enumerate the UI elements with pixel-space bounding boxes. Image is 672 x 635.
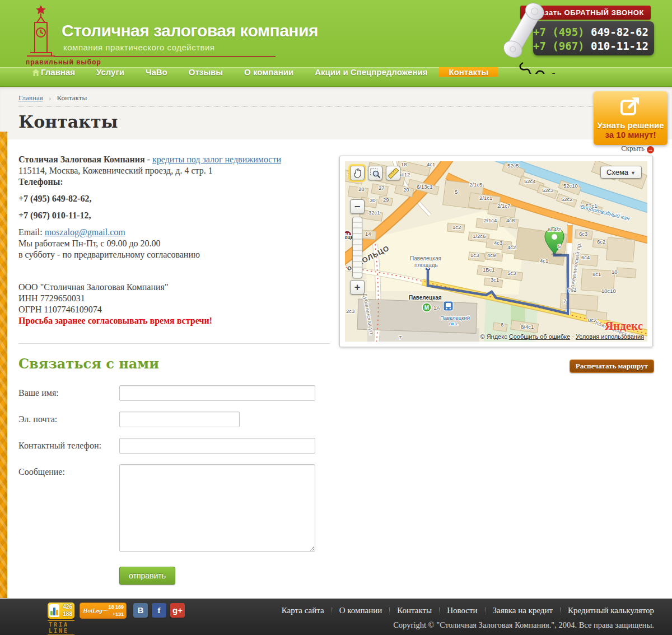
map-label: 7 — [399, 334, 402, 340]
submit-button[interactable]: отправить — [119, 567, 175, 585]
name-input[interactable] — [119, 385, 315, 401]
hotlog-counter-badge[interactable]: HotLog 18 169 +131 — [80, 603, 127, 619]
map-label: 10 — [612, 269, 618, 275]
map-label: 1Бс1 — [483, 267, 495, 273]
company-sep: - — [145, 155, 152, 164]
map-label: вкз. — [449, 320, 458, 326]
hide-arrow-icon: → — [647, 146, 654, 153]
hand-icon — [351, 166, 364, 180]
metro-icon-paveletskaya: М — [422, 303, 431, 312]
phone-cord — [520, 63, 555, 74]
map-magnifier-tool-button[interactable] — [368, 166, 382, 180]
hotlog-count-bottom: +131 — [113, 611, 124, 617]
map-label: Павелецкая — [409, 295, 442, 301]
facebook-icon[interactable]: f — [152, 603, 166, 618]
phone-input[interactable] — [119, 438, 315, 454]
footer-link-about[interactable]: О компании — [339, 606, 382, 615]
nav-item-about[interactable]: О компании — [235, 67, 303, 77]
google-plus-icon[interactable]: g+ — [170, 603, 185, 618]
map-zoom-in-button[interactable]: + — [350, 280, 365, 295]
map-label: 27 — [379, 185, 385, 191]
nav-item-services[interactable]: Услуги — [87, 67, 134, 77]
form-phone-label: Контактный телефон: — [18, 438, 119, 451]
footer-link-sitemap[interactable]: Карта сайта — [282, 606, 324, 615]
contact-info-column: Столичая Залоговая Компания - кредиты по… — [18, 152, 330, 585]
map-label: 7 — [563, 298, 566, 304]
company-link[interactable]: кредиты под залог недвижимости — [152, 155, 281, 164]
map-ruler-tool-button[interactable] — [386, 166, 400, 180]
map-layer-select[interactable]: Схема▼ — [600, 166, 642, 179]
vk-icon[interactable]: В — [133, 603, 148, 618]
footer-link-contacts[interactable]: Контакты — [397, 606, 432, 615]
map-label: 20 — [403, 186, 409, 193]
map-label: 28 — [358, 186, 365, 192]
hotlog-count-top: 18 169 — [108, 604, 124, 610]
nav-item-contacts[interactable]: Контакты — [439, 67, 498, 77]
map-label: 5с3 — [507, 270, 516, 276]
map-label: 32с1 — [368, 209, 380, 216]
phones-label: Телефоны: — [18, 177, 63, 186]
home-icon — [32, 68, 40, 78]
footer-link-news[interactable]: Новости — [447, 606, 477, 615]
nav-item-reviews[interactable]: Отзывы — [179, 67, 232, 77]
map-label: 8с1 — [592, 271, 601, 277]
legal-name: ООО "Столичная Залоговая Компания" — [18, 282, 168, 292]
meeting-warning: Просьба заранее согласовывать время встр… — [18, 316, 212, 325]
site-title: Столичная залоговая компания — [62, 21, 318, 40]
email-link[interactable]: moszalog@gmail.com — [45, 227, 125, 237]
external-link-icon — [619, 95, 642, 117]
yandex-map[interactable]: М М 24с118 — [345, 161, 647, 342]
developer-logo-line1: TRIA — [49, 622, 69, 628]
developer-logo-line2: LINE — [49, 628, 69, 634]
map-hand-tool-button[interactable] — [350, 166, 365, 180]
map-label: 52с4 — [524, 178, 536, 184]
footer: 426 188 HotLog 18 169 +131 В f g+ TRIA L… — [0, 599, 672, 635]
map-zoom-slider[interactable] — [352, 217, 362, 278]
nav-item-promos[interactable]: Акции и Спецпредложения — [305, 67, 437, 77]
email-input[interactable] — [119, 412, 240, 427]
developer-logo[interactable]: TRIA LINE — [48, 620, 74, 635]
logo-tagline: правильный выбор — [26, 58, 101, 66]
map-label: 8/4с1 — [521, 324, 534, 330]
map-report-error-link[interactable]: Сообщить об ошибке — [509, 333, 570, 340]
map-label: 4с1 — [427, 161, 435, 167]
map-label: 6/13с1 — [417, 184, 433, 190]
map-label: Павелецкая — [410, 255, 441, 262]
metrika-count-top: 426 — [63, 604, 72, 610]
map-label: 4с8 — [506, 217, 515, 223]
map-label: вл4/2 — [548, 226, 561, 232]
hours-line-2: в субботу - по предварительному согласов… — [18, 250, 200, 259]
map-terms-link[interactable]: Условия использования — [576, 333, 644, 340]
map-label: 6с4 — [581, 254, 590, 260]
hide-map-link[interactable]: Скрыть→ — [621, 144, 654, 152]
map-label: 4с2 — [507, 244, 516, 250]
map-label: 2/1с4 — [484, 217, 497, 223]
yandex-logo[interactable]: Яндекс — [605, 319, 643, 333]
contact-form: Ваше имя: Эл. почта: Контактный телефон:… — [18, 385, 330, 585]
nav-item-faq[interactable]: ЧаВо — [136, 67, 177, 77]
metrika-counter-badge[interactable]: 426 188 — [48, 603, 74, 619]
hours-line-1: Мы работаем Пн-Пт, с 09.00 до 20.00 — [18, 239, 161, 248]
left-decor-stripe — [0, 132, 7, 598]
section-divider — [18, 343, 330, 344]
nav-item-home[interactable]: Главная — [22, 67, 85, 78]
map-label: 18 — [401, 161, 407, 167]
footer-link-calculator[interactable]: Кредитный калькулятор — [568, 606, 654, 615]
ogrn: ОГРН 1107746109074 — [18, 305, 102, 314]
train-station-icon — [444, 301, 453, 311]
map-label: 1А — [433, 305, 440, 311]
breadcrumb-home-link[interactable]: Главная — [18, 94, 43, 102]
map-zoom-out-button[interactable]: − — [350, 199, 365, 214]
company-intro: Столичая Залоговая Компания - кредиты по… — [18, 154, 330, 188]
print-route-button[interactable]: Распечатать маршрут — [570, 359, 654, 373]
email-hours-block: Email: moszalog@gmail.com Мы работаем Пн… — [18, 227, 330, 260]
main-content: Столичая Залоговая Компания - кредиты по… — [0, 139, 672, 599]
footer-link-loan-request[interactable]: Заявка на кредит — [493, 606, 553, 615]
cta-get-decision-button[interactable]: Узнать решение за 10 минут! — [594, 91, 668, 145]
phone-line-1: +7 (495) 649-82-62, — [18, 194, 91, 203]
footer-copyright: Copyright © "Столичная Залоговая Компани… — [393, 620, 654, 630]
map-label: 1с2 — [452, 224, 461, 230]
message-textarea[interactable] — [119, 464, 315, 552]
message-label: Сообщение: — [18, 464, 119, 477]
address-line: 115114, Москва, Кожевнический проезд, д.… — [18, 166, 213, 175]
